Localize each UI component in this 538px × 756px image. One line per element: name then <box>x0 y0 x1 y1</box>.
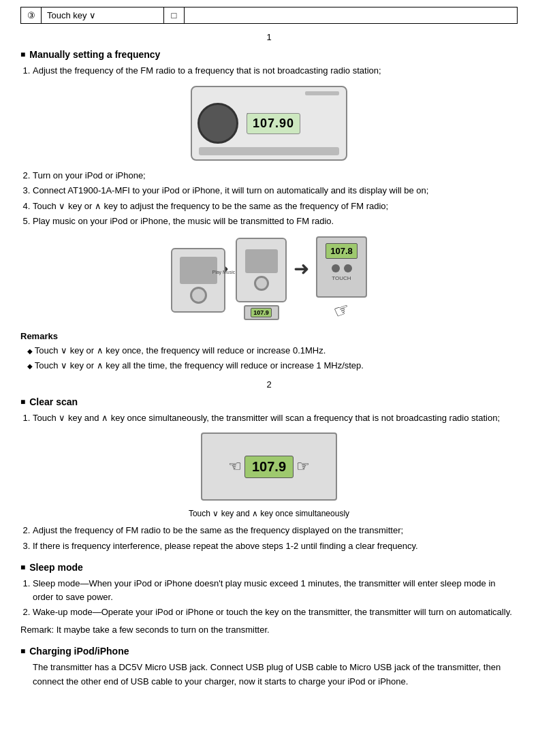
clear-scan-step1: Touch ∨ key and ∧ key once simultaneousl… <box>33 411 518 425</box>
transmitter-freq-display: 107.8 <box>326 243 358 259</box>
clear-scan-step-2: Adjust the frequency of FM radio to be t… <box>33 524 518 537</box>
page-2-number: 2 <box>20 379 518 390</box>
radio-buttons-row <box>199 147 339 155</box>
ipod-2-box <box>236 238 287 302</box>
transmitter-main: 107.8 TOUCH <box>316 236 367 298</box>
charging-text: The transmitter has a DC5V Micro USB jac… <box>33 661 518 689</box>
charging-section: Charging iPod/iPhone The transmitter has… <box>20 646 518 689</box>
arrow-right-2: ➜ <box>294 257 309 280</box>
fm-frequency: 107.90 <box>247 113 300 134</box>
step-1: Adjust the frequency of the FM radio to … <box>33 64 518 78</box>
manual-freq-title: Manually setting a frequency <box>20 49 518 60</box>
ipod-wheel <box>190 287 207 304</box>
radio-top-strip <box>305 91 339 95</box>
clear-scan-steps-2to3: Adjust the frequency of FM radio to be t… <box>33 524 518 552</box>
step-2: Turn on your iPod or iPhone; <box>33 169 518 183</box>
sleep-step-1: Sleep mode—When your iPod or iPhone does… <box>33 577 518 603</box>
table-row-key: Touch key ∨ <box>42 7 164 24</box>
sleep-mode-list: Sleep mode—When your iPod or iPhone does… <box>33 577 518 619</box>
sleep-remark: Remark: It maybe take a few seconds to t… <box>20 623 518 637</box>
ipod-screen <box>180 257 217 284</box>
transmitter-freq-display-2: 107.9 <box>251 308 272 317</box>
ipod-main: Play Music on iPod <box>171 248 225 313</box>
sleep-step-2: Wake-up mode—Operate your iPod or iPhone… <box>33 605 518 619</box>
fm-radio-box: FM 107.90 <box>191 86 347 161</box>
scan-caption: Touch ∨ key and ∧ key once simultaneousl… <box>20 509 518 518</box>
manual-freq-steps: Adjust the frequency of the FM radio to … <box>33 64 518 78</box>
scan-diagram-inner: ☞ 107.9 ☞ <box>201 432 337 501</box>
clear-scan-diagram: ☞ 107.9 ☞ <box>20 432 518 501</box>
clear-scan-section: Clear scan Touch ∨ key and ∧ key once si… <box>20 396 518 553</box>
touch-label: TOUCH <box>332 275 351 281</box>
page-1-number: 1 <box>20 32 518 42</box>
radio-display-area: FM 107.90 <box>247 112 300 134</box>
hand-touch-icon: ☞ <box>330 298 352 324</box>
step-5: Play music on your iPod or iPhone, the m… <box>33 215 518 228</box>
table-row-empty <box>185 7 518 24</box>
manual-freq-section: Manually setting a frequency Adjust the … <box>20 49 518 321</box>
step-3: Connect AT1900-1A-MFI to your iPod or iP… <box>33 184 518 198</box>
clear-scan-title: Clear scan <box>20 396 518 407</box>
table-row-check: □ <box>164 7 185 24</box>
remark-2: Touch ∨ key or ∧ key all the time, the f… <box>27 359 518 373</box>
manual-freq-steps-2to5: Turn on your iPod or iPhone; Connect AT1… <box>33 169 518 228</box>
ipod-device-2: 107.9 <box>236 238 287 320</box>
step-4: Touch ∨ key or ∧ key to adjust the frequ… <box>33 200 518 213</box>
sleep-mode-title: Sleep mode <box>20 562 518 573</box>
transmitter-hand-group: 107.8 TOUCH ☞ <box>316 236 367 321</box>
scan-frequency: 107.9 <box>244 456 294 478</box>
right-hand-icon: ☞ <box>296 458 310 475</box>
transmitter-btn1 <box>332 264 340 272</box>
transmitter-below: 107.9 <box>244 305 279 320</box>
instruction-table: ③ Touch key ∨ □ <box>20 7 518 24</box>
remark-1: Touch ∨ key or ∧ key once, the frequency… <box>27 344 518 358</box>
left-hand-icon: ☞ <box>228 458 242 475</box>
clear-scan-step-1: Touch ∨ key and ∧ key once simultaneousl… <box>33 411 518 425</box>
remarks-title: Remarks <box>20 331 518 341</box>
radio-knob <box>197 103 238 144</box>
remarks-section: Remarks Touch ∨ key or ∧ key once, the f… <box>20 331 518 373</box>
remarks-list: Touch ∨ key or ∧ key once, the frequency… <box>20 344 518 373</box>
clear-scan-step-3: If there is frequency interference, plea… <box>33 539 518 553</box>
transmitter-btn2 <box>344 264 352 272</box>
transmitter-buttons <box>332 264 352 272</box>
charging-title: Charging iPod/iPhone <box>20 646 518 657</box>
ipod-device-1: ↑ Play Music on iPod <box>171 248 206 309</box>
fm-radio-image: FM 107.90 <box>20 86 518 161</box>
ipod-2-wheel <box>254 276 269 291</box>
sleep-mode-section: Sleep mode Sleep mode—When your iPod or … <box>20 562 518 636</box>
step-diagram: ↑ Play Music on iPod ➜ 107.9 ➜ <box>20 236 518 321</box>
ipod-2-screen <box>245 249 278 273</box>
scan-display-area: 107.9 <box>244 456 294 478</box>
table-row-num: ③ <box>21 7 42 24</box>
clear-scan-box: ☞ 107.9 ☞ <box>201 432 337 501</box>
